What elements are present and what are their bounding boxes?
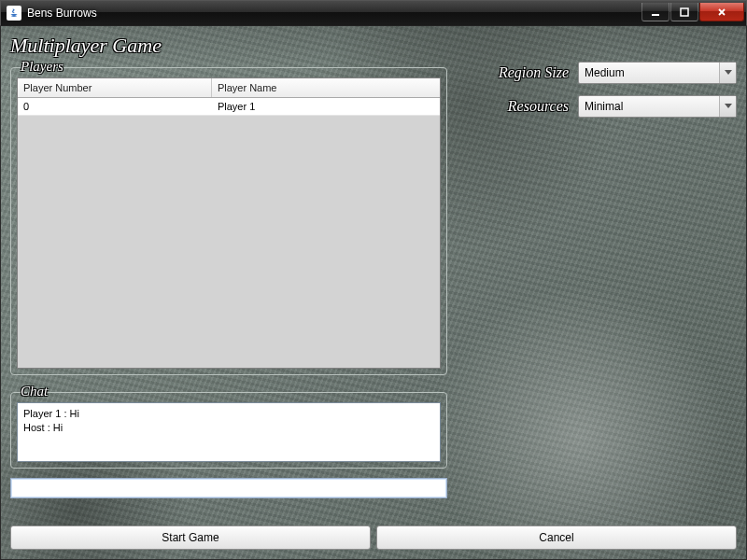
- cancel-button[interactable]: Cancel: [376, 525, 737, 550]
- column-player-name[interactable]: Player Name: [212, 78, 440, 97]
- cell-player-number: 0: [18, 98, 212, 115]
- chat-group: Chat Player 1 : Hi Host : Hi: [10, 392, 447, 469]
- client-area: Multiplayer Game Players Player Number P…: [0, 26, 747, 560]
- left-column: Players Player Number Player Name 0 Play…: [10, 60, 447, 520]
- resources-value: Minimal: [585, 100, 623, 113]
- start-game-button[interactable]: Start Game: [10, 525, 371, 550]
- page-title: Multiplayer Game: [10, 34, 737, 58]
- resources-label: Resources: [508, 98, 569, 115]
- region-size-select[interactable]: Medium: [578, 62, 737, 84]
- minimize-button[interactable]: [641, 3, 669, 21]
- region-size-value: Medium: [585, 66, 625, 79]
- right-column: Region Size Medium Resources Minimal: [458, 60, 737, 520]
- players-group-label: Players: [19, 59, 65, 75]
- region-size-label: Region Size: [499, 64, 569, 81]
- chat-log[interactable]: Player 1 : Hi Host : Hi: [17, 402, 441, 462]
- chevron-down-icon: [719, 96, 736, 117]
- chat-group-label: Chat: [19, 384, 49, 399]
- buttons-row: Start Game Cancel: [10, 525, 737, 550]
- java-icon: [7, 6, 21, 21]
- column-player-number[interactable]: Player Number: [18, 78, 212, 97]
- table-row[interactable]: 0 Player 1: [18, 98, 440, 116]
- players-group: Players Player Number Player Name 0 Play…: [10, 67, 447, 375]
- svg-rect-0: [652, 14, 659, 16]
- chat-message: Host : Hi: [23, 421, 434, 435]
- players-table-header: Player Number Player Name: [18, 78, 440, 98]
- resources-select[interactable]: Minimal: [578, 95, 737, 118]
- cell-player-name: Player 1: [212, 98, 440, 115]
- titlebar-left: Bens Burrows: [1, 6, 97, 21]
- players-table[interactable]: Player Number Player Name 0 Player 1: [17, 77, 441, 369]
- window-title: Bens Burrows: [27, 7, 97, 20]
- setting-resources: Resources Minimal: [458, 95, 737, 118]
- app-window: Bens Burrows Multiplayer Game Players Pl…: [0, 0, 747, 560]
- titlebar[interactable]: Bens Burrows: [0, 0, 747, 26]
- svg-rect-1: [681, 8, 688, 16]
- window-controls: [641, 3, 744, 21]
- maximize-button[interactable]: [670, 3, 698, 21]
- setting-region-size: Region Size Medium: [458, 62, 737, 84]
- close-button[interactable]: [699, 3, 744, 21]
- chat-message: Player 1 : Hi: [23, 407, 434, 421]
- main-row: Players Player Number Player Name 0 Play…: [10, 60, 737, 520]
- chat-input[interactable]: [10, 478, 447, 498]
- chevron-down-icon: [719, 63, 736, 83]
